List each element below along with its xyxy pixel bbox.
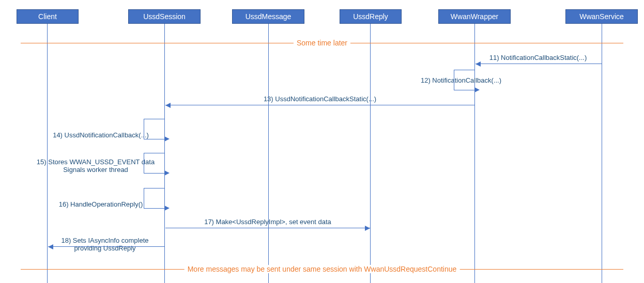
arrow-11 <box>476 64 602 64</box>
lifeline-ussdreply <box>370 24 371 283</box>
message-15-line1: 15) Stores WWAN_USSD_EVENT data <box>31 158 160 166</box>
message-18-line2: providing UssdReply <box>45 244 164 252</box>
message-11-label: 11) NotificationCallbackStatic(...) <box>474 54 602 61</box>
participant-wwanwrapper-label: WwanWrapper <box>451 12 498 21</box>
message-17: 17) Make<UssdReplyImpl>, set event data <box>165 218 370 226</box>
participant-ussdmessage: UssdMessage <box>232 9 304 24</box>
message-17-label: 17) Make<UssdReplyImpl>, set event data <box>165 218 370 226</box>
arrow-18 <box>48 246 164 247</box>
lifeline-wwanservice <box>602 24 602 283</box>
message-18-line1: 18) Sets IAsyncInfo complete <box>45 237 164 244</box>
arrow-17 <box>165 228 370 228</box>
participant-ussdsession-label: UssdSession <box>143 12 186 21</box>
arrow-head-12 <box>474 87 480 92</box>
participant-client-label: Client <box>38 12 57 21</box>
participant-ussdreply: UssdReply <box>340 9 402 24</box>
participant-ussdmessage-label: UssdMessage <box>246 12 292 21</box>
self-loop-15 <box>144 153 164 174</box>
message-18: 18) Sets IAsyncInfo complete providing U… <box>45 237 164 252</box>
message-11: 11) NotificationCallbackStatic(...) <box>474 54 602 61</box>
message-13-label: 13) UssdNotificationCallbackStatic(...) <box>165 95 474 103</box>
participant-ussdsession: UssdSession <box>128 9 201 24</box>
message-14-label: 14) UssdNotificationCallback(...) <box>41 131 160 139</box>
divider-continue: More messages may be sent under same ses… <box>21 269 623 270</box>
arrow-head-16 <box>164 206 170 211</box>
participant-client: Client <box>17 9 79 24</box>
arrow-13 <box>165 105 474 105</box>
participant-wwanservice-label: WwanService <box>579 12 624 21</box>
message-16-label: 16) HandleOperationReply() <box>41 200 160 208</box>
arrow-head-13 <box>165 103 171 108</box>
arrow-head-17 <box>365 226 370 231</box>
message-12-label: 12) NotificationCallback(...) <box>362 76 501 84</box>
arrow-head-11 <box>476 61 481 67</box>
participant-wwanwrapper: WwanWrapper <box>438 9 511 24</box>
arrow-head-18 <box>48 244 53 249</box>
arrow-head-15 <box>164 170 170 176</box>
arrow-head-14 <box>164 136 170 142</box>
participant-wwanservice: WwanService <box>565 9 638 24</box>
lifeline-ussdsession <box>164 24 165 283</box>
message-15: 15) Stores WWAN_USSD_EVENT data Signals … <box>31 158 160 174</box>
message-15-line2: Signals worker thread <box>31 166 160 174</box>
divider-sometime: Some time later <box>21 43 623 43</box>
self-loop-12 <box>454 70 474 90</box>
self-loop-16 <box>144 188 164 209</box>
participant-ussdreply-label: UssdReply <box>353 12 388 21</box>
lifeline-wwanwrapper <box>474 24 475 283</box>
divider-continue-label: More messages may be sent under same ses… <box>185 265 460 273</box>
divider-sometime-label: Some time later <box>294 39 350 47</box>
self-loop-14 <box>144 119 164 139</box>
lifeline-ussdmessage <box>268 24 269 283</box>
message-13: 13) UssdNotificationCallbackStatic(...) <box>165 95 474 103</box>
